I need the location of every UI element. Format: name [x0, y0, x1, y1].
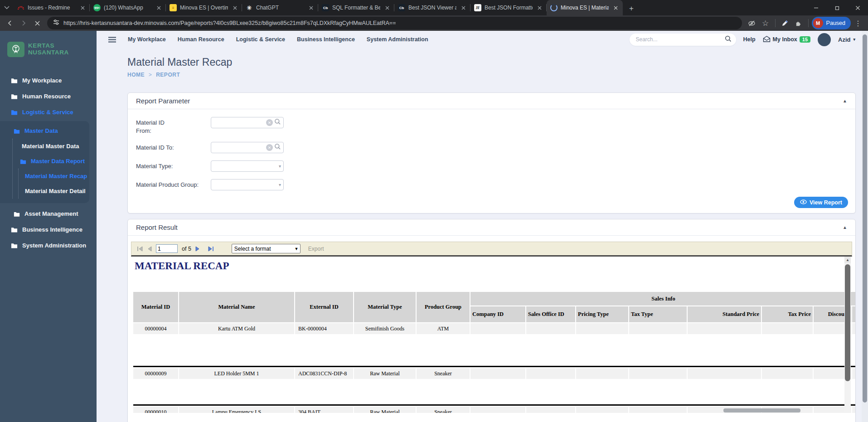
topnav-item-human-resource[interactable]: Human Resource	[178, 36, 224, 43]
eye-blocked-icon[interactable]	[746, 17, 758, 29]
sidebar-item-human-resource[interactable]: Human Resource	[0, 88, 97, 104]
window-close-button[interactable]	[847, 0, 868, 15]
forward-icon[interactable]	[17, 17, 30, 29]
site-settings-icon[interactable]	[53, 19, 60, 28]
tab-close-icon[interactable]	[536, 4, 543, 11]
profile-button[interactable]: M Paused	[812, 17, 851, 29]
material-product-group-select[interactable]: ▾	[211, 179, 284, 190]
user-menu[interactable]: Azid ▾	[838, 36, 855, 43]
tab-close-icon[interactable]	[79, 4, 86, 11]
browser-tab-json-formatter[interactable]: JF Best JSON Formatter and	[470, 0, 547, 15]
collapse-up-icon[interactable]: ▲	[843, 225, 847, 230]
browser-tab-whatsapp[interactable]: 99+ (120) WhatsApp	[90, 0, 166, 15]
tab-close-icon[interactable]	[155, 4, 162, 11]
sidebar-item-my-workplace[interactable]: My Workplace	[0, 73, 97, 88]
topnav-item-system-administration[interactable]: System Administration	[367, 36, 428, 43]
browser-toolbar: https://hris-kertasnusantara-dev.minovai…	[0, 15, 868, 31]
search-input[interactable]	[636, 36, 725, 43]
tab-close-icon[interactable]	[307, 4, 315, 11]
clear-icon[interactable]: ✕	[266, 144, 273, 151]
browser-tab-material-master-active[interactable]: Minova ES | Material Mast	[547, 0, 623, 15]
url-bar[interactable]: https://hris-kertasnusantara-dev.minovai…	[47, 17, 742, 29]
profile-avatar: M	[813, 18, 823, 28]
help-link[interactable]: Help	[743, 36, 756, 43]
export-format-select[interactable]: Select a format ▼	[232, 244, 301, 253]
page-number-input[interactable]	[156, 244, 178, 253]
sidebar-item-business-intelligence[interactable]: Business Intelligence	[0, 222, 97, 238]
sidebar-item-material-master-detail[interactable]: Material Master Detail	[19, 184, 89, 199]
window-minimize-button[interactable]	[805, 0, 826, 15]
previous-page-icon[interactable]	[147, 246, 152, 252]
breadcrumb-report-link[interactable]: REPORT	[156, 72, 180, 78]
page-scrollbar[interactable]	[862, 31, 868, 422]
last-page-icon[interactable]	[208, 246, 214, 252]
clear-icon[interactable]: ✕	[266, 119, 273, 126]
collapse-up-icon[interactable]: ▲	[843, 98, 847, 103]
table-row: 00000004 Kartu ATM Gold BK-0000004 Semif…	[133, 323, 855, 334]
extensions-puzzle-icon[interactable]	[792, 17, 805, 29]
folder-open-icon	[11, 109, 18, 115]
topnav-item-logistic-service[interactable]: Logistic & Service	[236, 36, 285, 43]
topnav-item-business-intelligence[interactable]: Business Intelligence	[297, 36, 355, 43]
hamburger-menu-icon[interactable]	[108, 37, 116, 43]
sidebar-nav: My Workplace Human Resource Logistic & S…	[0, 73, 97, 253]
breadcrumb: HOME > REPORT	[127, 72, 856, 78]
browser-tab-minova-overtime[interactable]: ≡ Minova ES | Overtime	[166, 0, 242, 15]
tab-close-icon[interactable]	[383, 4, 391, 11]
minova-doc-icon: ≡	[170, 4, 177, 11]
sidebar-item-system-administration[interactable]: System Administration	[0, 238, 97, 253]
sidebar-item-material-master-recap[interactable]: Material Master Recap	[19, 169, 89, 184]
first-page-icon[interactable]	[137, 246, 143, 252]
search-icon[interactable]	[725, 35, 732, 44]
scrollbar-thumb[interactable]	[845, 264, 850, 381]
back-icon[interactable]	[4, 17, 16, 29]
lookup-search-icon[interactable]	[274, 118, 281, 127]
sidebar-item-logistic-service[interactable]: Logistic & Service	[0, 104, 97, 120]
tab-title: Best JSON Formatter and	[485, 5, 533, 11]
view-report-button[interactable]: View Report	[794, 197, 848, 208]
my-inbox-link[interactable]: My Inbox 15	[763, 36, 810, 44]
report-parameter-header[interactable]: Report Parameter ▲	[128, 93, 855, 109]
url-text[interactable]: https://hris-kertasnusantara-dev.minovai…	[63, 20, 396, 26]
main-area: My Workplace Human Resource Logistic & S…	[97, 31, 862, 422]
window-maximize-button[interactable]	[826, 0, 847, 15]
tab-search-chevron-icon[interactable]	[0, 0, 14, 15]
folder-icon	[14, 211, 20, 217]
sidebar-item-master-data-report[interactable]: Master Data Report	[13, 154, 89, 169]
material-id-from-input[interactable]: ✕	[211, 117, 284, 128]
tab-close-icon[interactable]	[231, 4, 238, 11]
sidebar-item-material-master-data[interactable]: Material Master Data	[13, 139, 89, 154]
new-tab-button[interactable]: +	[625, 2, 638, 15]
material-type-select[interactable]: ▾	[211, 160, 284, 172]
col-header-pricing-type: Pricing Type	[576, 306, 628, 322]
browser-tab-redmine[interactable]: Issues - Redmine	[14, 0, 90, 15]
report-vertical-scrollbar[interactable]: ▲	[844, 257, 851, 413]
export-link[interactable]: Export	[308, 246, 324, 252]
bookmark-star-icon[interactable]: ☆	[759, 17, 772, 29]
browser-tab-json-viewer[interactable]: Cb Best JSON Viewer and JSO	[394, 0, 470, 15]
report-horizontal-scrollbar-thumb[interactable]	[723, 408, 800, 412]
stop-loading-icon[interactable]	[31, 17, 44, 29]
topnav-item-my-workplace[interactable]: My Workplace	[128, 36, 166, 43]
page-scrollbar-thumb[interactable]	[863, 34, 867, 403]
browser-tab-sql-formatter[interactable]: Cb SQL Formatter & Beautifie	[318, 0, 394, 15]
browser-tab-chatgpt[interactable]: ✳ ChatGPT	[242, 0, 318, 15]
search-box[interactable]	[630, 34, 736, 46]
user-avatar[interactable]	[818, 33, 831, 46]
inbox-count-badge: 15	[800, 36, 810, 43]
tab-close-icon[interactable]	[460, 4, 467, 11]
lookup-search-icon[interactable]	[274, 143, 281, 152]
breadcrumb-home-link[interactable]: HOME	[127, 72, 145, 78]
material-id-to-input[interactable]: ✕	[211, 142, 284, 153]
folder-icon	[11, 93, 18, 99]
browser-menu-dots-icon[interactable]: ⋮	[852, 17, 864, 29]
report-result-header[interactable]: Report Result ▲	[128, 219, 855, 236]
tab-close-icon[interactable]	[612, 4, 619, 11]
sidebar-item-asset-management[interactable]: Asset Management	[0, 206, 97, 222]
pen-extension-icon[interactable]	[779, 17, 791, 29]
sidebar-item-master-data[interactable]: Master Data	[0, 123, 89, 139]
col-header-company-id: Company ID	[470, 306, 525, 322]
app-window: KERTASNUSANTARA My Workplace Human Resou…	[0, 31, 862, 422]
next-page-icon[interactable]	[195, 246, 200, 252]
scroll-up-icon[interactable]: ▲	[844, 257, 851, 263]
